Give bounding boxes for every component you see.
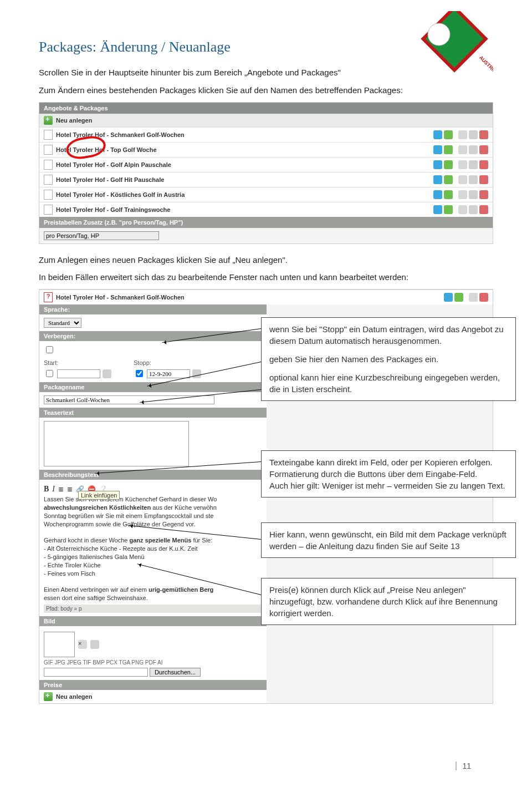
- mid-text-1: Zum Anlegen eines neuen Packages klicken…: [39, 254, 493, 266]
- price-table-suffix-field: [44, 231, 488, 240]
- description-label: Beschreibungstext: [39, 470, 267, 480]
- packagename-label: Packagename: [39, 382, 267, 392]
- prices-label: Preise: [39, 680, 267, 690]
- delete-icon[interactable]: [479, 160, 488, 169]
- delete-icon[interactable]: [479, 145, 488, 154]
- svg-point-1: [428, 23, 450, 45]
- flag-icon[interactable]: [444, 205, 453, 214]
- image-label: Bild: [39, 616, 267, 626]
- flag-icon[interactable]: [444, 130, 453, 139]
- page-icon: ?: [44, 292, 53, 302]
- delete-icon[interactable]: [479, 175, 488, 184]
- expand-icon[interactable]: [458, 175, 467, 184]
- image-path-input[interactable]: [44, 668, 148, 677]
- package-title: Hotel Tyroler Hof - Köstliches Golf in A…: [56, 191, 185, 198]
- add-icon: [44, 692, 53, 701]
- callout-name: geben Sie hier den Namen des Packages ei…: [269, 353, 508, 365]
- svg-text:AUSTRIA: AUSTRIA: [478, 54, 493, 74]
- info-icon[interactable]: [433, 160, 442, 169]
- add-icon: [44, 116, 53, 125]
- numlist-button[interactable]: ≣: [67, 485, 73, 493]
- package-title: Hotel Tyroler Hof - Golf Trainingswoche: [56, 206, 170, 213]
- delete-icon[interactable]: [479, 190, 488, 199]
- package-row[interactable]: Hotel Tyroler Hof - Top Golf Woche: [39, 142, 493, 157]
- delete-icon[interactable]: [479, 205, 488, 214]
- delete-icon[interactable]: [479, 293, 488, 302]
- hide-checkbox[interactable]: [46, 346, 53, 353]
- copy-icon[interactable]: [469, 190, 478, 199]
- expand-icon[interactable]: [458, 160, 467, 169]
- stopp-date-input[interactable]: [147, 369, 190, 378]
- copy-icon[interactable]: [469, 205, 478, 214]
- expand-icon[interactable]: [458, 205, 467, 214]
- info-icon[interactable]: [433, 130, 442, 139]
- golf-in-austria-logo: GOLF IN AUSTRIA: [405, 11, 493, 91]
- flag-icon[interactable]: [444, 145, 453, 154]
- image-types: GIF JPG JPEG TIF BMP PCX TGA PNG PDF AI: [44, 659, 262, 666]
- price-table-suffix-input[interactable]: [44, 231, 159, 240]
- copy-icon[interactable]: [469, 145, 478, 154]
- price-table-suffix-header: Preistabellen Zusatz (z.B. "pro Person/T…: [39, 217, 493, 228]
- expand-icon[interactable]: [458, 190, 467, 199]
- callout-stopp: wenn Sie bei "Stopp" ein Datum eintragen…: [269, 323, 508, 347]
- start-date-input[interactable]: [57, 369, 100, 378]
- package-title: Hotel Tyroler Hof - Golf Hit Pauschale: [56, 176, 164, 183]
- package-edit-screenshot: ? Hotel Tyroler Hof - Schmankerl Golf-Wo…: [39, 289, 493, 704]
- italic-button[interactable]: I: [52, 485, 55, 494]
- package-row[interactable]: Hotel Tyroler Hof - Golf Hit Pauschale: [39, 172, 493, 187]
- rte-toolbar: B I ≣ ≣ 🔗 ⛔ ❔: [44, 483, 262, 495]
- info-icon[interactable]: [433, 145, 442, 154]
- page-number: 11: [456, 761, 471, 770]
- stopp-label: Stopp:: [134, 359, 201, 366]
- package-row[interactable]: Hotel Tyroler Hof - Schmankerl Golf-Woch…: [39, 127, 493, 142]
- info-icon[interactable]: [433, 175, 442, 184]
- start-label: Start:: [44, 359, 111, 366]
- image-preview: [44, 632, 75, 657]
- flag-icon[interactable]: [444, 160, 453, 169]
- prices-new-row[interactable]: Neu anlegen: [39, 690, 267, 703]
- copy-icon[interactable]: [469, 130, 478, 139]
- page-icon: [44, 175, 53, 185]
- package-title: Hotel Tyroler Hof - Schmankerl Golf-Woch…: [56, 131, 185, 138]
- callout-image: Hier kann, wenn gewünscht, ein Bild mit …: [261, 522, 516, 558]
- list-button[interactable]: ≣: [58, 485, 64, 493]
- new-package-label: Neu anlegen: [56, 117, 92, 124]
- stopp-enable-checkbox[interactable]: [136, 370, 143, 377]
- copy-icon[interactable]: [469, 160, 478, 169]
- callout-description: Texteingabe kann direkt im Feld, oder pe…: [261, 450, 516, 497]
- page-icon: [44, 205, 53, 215]
- expand-icon[interactable]: [458, 145, 467, 154]
- copy-icon[interactable]: [469, 175, 478, 184]
- teaser-textarea[interactable]: [44, 421, 189, 466]
- browse-button[interactable]: Durchsuchen...: [150, 668, 201, 677]
- link-tooltip: Link einfügen: [78, 491, 120, 500]
- mid-text-2: In beiden Fällen erweitert sich das zu b…: [39, 271, 493, 283]
- remove-image-icon[interactable]: ×: [78, 640, 87, 649]
- bold-button[interactable]: B: [44, 485, 49, 494]
- page-icon: [44, 145, 53, 155]
- flag-icon[interactable]: [444, 190, 453, 199]
- expand-icon[interactable]: [469, 293, 478, 302]
- info-icon[interactable]: [433, 190, 442, 199]
- flag-icon[interactable]: [454, 293, 463, 302]
- delete-icon[interactable]: [479, 130, 488, 139]
- language-select[interactable]: Standard: [44, 318, 81, 328]
- flag-icon[interactable]: [444, 175, 453, 184]
- description-editor[interactable]: Lassen Sie sich von unserem Küchenchef G…: [44, 495, 254, 602]
- info-icon[interactable]: [444, 293, 453, 302]
- image-action-icon[interactable]: [90, 640, 99, 649]
- callout-prices: Preis(e) können durch Klick auf „Preise …: [261, 578, 516, 625]
- package-row[interactable]: Hotel Tyroler Hof - Golf Trainingswoche: [39, 202, 493, 217]
- section-header: Angebote & Packages: [39, 103, 493, 114]
- package-row[interactable]: Hotel Tyroler Hof - Köstliches Golf in A…: [39, 187, 493, 202]
- new-package-row[interactable]: Neu anlegen: [39, 114, 493, 127]
- teaser-label: Teasertext: [39, 408, 267, 418]
- info-icon[interactable]: [433, 205, 442, 214]
- calendar-icon[interactable]: [192, 369, 201, 378]
- calendar-icon[interactable]: [103, 369, 111, 378]
- start-enable-checkbox[interactable]: [46, 370, 53, 377]
- expand-icon[interactable]: [458, 130, 467, 139]
- package-row[interactable]: Hotel Tyroler Hof - Golf Alpin Pauschale: [39, 157, 493, 172]
- page-icon: [44, 190, 53, 200]
- rte-path: Pfad: body » p: [44, 605, 262, 613]
